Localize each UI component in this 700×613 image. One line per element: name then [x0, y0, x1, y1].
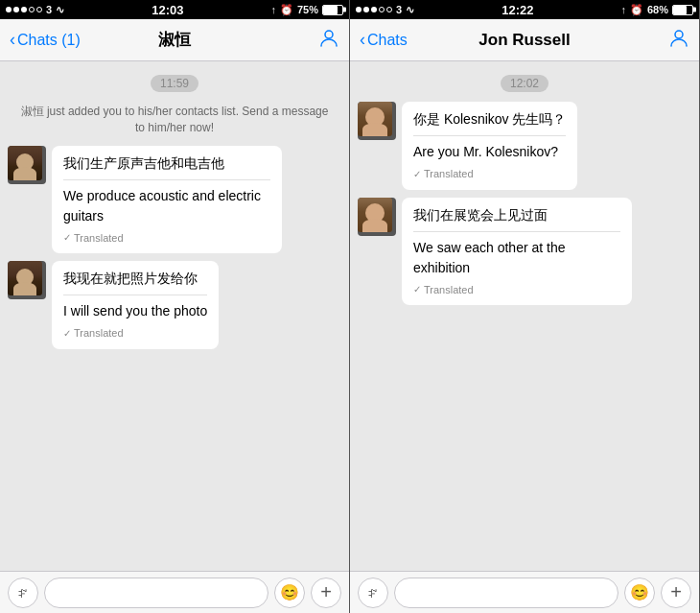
- profile-button-left[interactable]: [318, 27, 339, 53]
- translated-badge-left-2: Translated: [63, 325, 207, 342]
- bubble-container-left-1: 我们生产原声吉他和电吉他 We produce acoustic and ele…: [52, 146, 282, 254]
- bubble-left-2: 我现在就把照片发给你 I will send you the photo Tra…: [52, 261, 219, 349]
- arrow-icon-left: ↑: [270, 4, 276, 15]
- status-bar-right: 3 ∿ 12:22 ↑ ⏰ 68%: [350, 0, 699, 19]
- back-button-left[interactable]: ‹ Chats (1): [10, 30, 81, 50]
- plus-icon-left: +: [320, 581, 332, 603]
- avatar-left-1: [8, 146, 46, 184]
- bubble-chinese-left-1: 我们生产原声吉他和电吉他: [63, 153, 270, 174]
- bubble-english-right-1: Are you Mr. Kolesnikov?: [413, 142, 566, 162]
- avatar-left-2: [8, 261, 46, 299]
- text-input-left[interactable]: [44, 578, 268, 608]
- battery-pct-left: 75%: [297, 4, 318, 15]
- signal-label: 3: [46, 4, 52, 15]
- avatar-face-left-1: [8, 146, 42, 180]
- person-icon-right: [668, 27, 689, 48]
- divider-right-1: [413, 135, 566, 136]
- arrow-icon-right: ↑: [620, 4, 626, 15]
- bubble-left-1: 我们生产原声吉他和电吉他 We produce acoustic and ele…: [52, 146, 282, 254]
- timestamp-left-1: 11:59: [151, 75, 198, 92]
- status-bar-left: 3 ∿ 12:03 ↑ ⏰ 75%: [0, 0, 349, 19]
- bubble-container-right-2: 我们在展览会上见过面 We saw each other at the exhi…: [402, 198, 632, 306]
- status-left: 3 ∿: [6, 4, 64, 16]
- status-right-right: ↑ ⏰ 68%: [620, 4, 693, 16]
- voice-button-left[interactable]: ꈆ: [8, 578, 38, 608]
- plus-button-right[interactable]: +: [661, 578, 691, 608]
- avatar-right-2: [358, 198, 396, 236]
- back-label-left: Chats (1): [17, 32, 81, 49]
- bubble-container-left-2: 我现在就把照片发给你 I will send you the photo Tra…: [52, 261, 219, 349]
- right-panel: 3 ∿ 12:22 ↑ ⏰ 68% ‹ Chats Jon Russell: [350, 0, 700, 613]
- translated-badge-right-2: Translated: [413, 282, 620, 298]
- rdot3: [371, 7, 377, 12]
- divider-right-2: [413, 231, 620, 232]
- avatar-face-right-1: [358, 102, 392, 136]
- bubble-english-left-1: We produce acoustic and electric guitars: [63, 186, 270, 226]
- signal-label-right: 3: [396, 4, 402, 15]
- bubble-english-left-2: I will send you the photo: [63, 301, 207, 321]
- status-left-right: 3 ∿: [356, 4, 414, 16]
- battery-icon-left: [322, 5, 343, 15]
- left-panel: 3 ∿ 12:03 ↑ ⏰ 75% ‹ Chats (1) 淑恒: [0, 0, 350, 613]
- time-right: 12:22: [502, 3, 533, 17]
- system-message-left: 淑恒 just added you to his/her contacts li…: [0, 98, 349, 142]
- bubble-right-2: 我们在展览会上见过面 We saw each other at the exhi…: [402, 198, 632, 306]
- bubble-chinese-right-2: 我们在展览会上见过面: [413, 205, 620, 225]
- bubble-english-right-2: We saw each other at the exhibition: [413, 238, 620, 278]
- battery-pct-right: 68%: [647, 4, 668, 15]
- signal-dots-right: [356, 7, 392, 12]
- dot5: [36, 7, 42, 12]
- message-row-left-2: 我现在就把照片发给你 I will send you the photo Tra…: [0, 257, 349, 353]
- message-row-right-1: 你是 Kolesnikov 先生吗？ Are you Mr. Kolesniko…: [350, 98, 699, 194]
- alarm-icon-right: ⏰: [630, 4, 643, 16]
- plus-icon-right: +: [670, 581, 682, 603]
- back-button-right[interactable]: ‹ Chats: [360, 30, 408, 50]
- dot2: [13, 7, 19, 12]
- bubble-right-1: 你是 Kolesnikov 先生吗？ Are you Mr. Kolesniko…: [402, 102, 577, 190]
- timestamp-right-1: 12:02: [501, 75, 548, 92]
- battery-icon-right: [672, 5, 693, 15]
- divider-left-1: [63, 179, 270, 180]
- translated-badge-left-1: Translated: [63, 230, 270, 247]
- chat-title-left: 淑恒: [158, 29, 191, 51]
- message-row-left-1: 我们生产原声吉他和电吉他 We produce acoustic and ele…: [0, 142, 349, 258]
- emoji-icon-left: 😊: [280, 583, 299, 601]
- dot3: [21, 7, 27, 12]
- status-right-left: ↑ ⏰ 75%: [270, 4, 343, 16]
- voice-icon-right: ꈆ: [366, 585, 380, 601]
- dot4: [29, 7, 35, 12]
- bubble-chinese-left-2: 我现在就把照片发给你: [63, 269, 207, 289]
- voice-button-right[interactable]: ꈆ: [358, 578, 388, 608]
- rdot5: [386, 7, 392, 12]
- voice-icon-left: ꈆ: [16, 585, 30, 601]
- avatar-face-right-2: [358, 198, 392, 232]
- back-chevron-left: ‹: [10, 30, 15, 50]
- avatar-face-left-2: [8, 261, 42, 295]
- text-input-right[interactable]: [394, 578, 618, 608]
- wifi-icon: ∿: [56, 4, 64, 16]
- bubble-chinese-right-1: 你是 Kolesnikov 先生吗？: [413, 109, 566, 130]
- svg-point-0: [325, 31, 333, 38]
- svg-point-1: [675, 31, 683, 38]
- back-label-right: Chats: [367, 32, 408, 49]
- plus-button-left[interactable]: +: [311, 578, 341, 608]
- alarm-icon-left: ⏰: [280, 4, 293, 16]
- chat-area-right[interactable]: 12:02 你是 Kolesnikov 先生吗？ Are you Mr. Kol…: [350, 61, 699, 571]
- signal-dots: [6, 7, 42, 12]
- wifi-icon-right: ∿: [406, 4, 414, 16]
- emoji-icon-right: 😊: [630, 583, 649, 601]
- dot1: [6, 7, 12, 12]
- profile-button-right[interactable]: [668, 27, 689, 53]
- emoji-button-left[interactable]: 😊: [274, 578, 305, 608]
- chat-title-right: Jon Russell: [478, 31, 570, 50]
- input-bar-right: ꈆ 😊 +: [350, 571, 699, 613]
- time-left: 12:03: [152, 3, 183, 17]
- chat-area-left[interactable]: 11:59 淑恒 just added you to his/her conta…: [0, 61, 349, 571]
- avatar-right-1: [358, 102, 396, 140]
- divider-left-2: [63, 295, 207, 295]
- bubble-container-right-1: 你是 Kolesnikov 先生吗？ Are you Mr. Kolesniko…: [402, 102, 577, 190]
- rdot2: [363, 7, 369, 12]
- person-icon-left: [318, 27, 339, 48]
- nav-bar-left: ‹ Chats (1) 淑恒: [0, 19, 349, 61]
- emoji-button-right[interactable]: 😊: [624, 578, 655, 608]
